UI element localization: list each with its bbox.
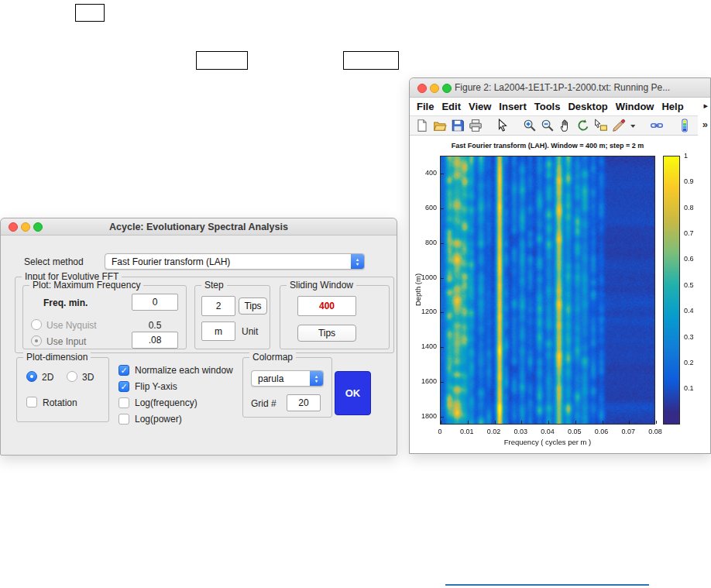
checkbox-unchecked-icon[interactable]: [118, 397, 129, 408]
method-dropdown-value: Fast Fourier transform (LAH): [105, 256, 351, 267]
sliding-window-input[interactable]: 400: [297, 296, 356, 316]
pan-hand-icon[interactable]: [558, 119, 572, 132]
y-tick-label: 1400: [416, 342, 437, 350]
menu-file[interactable]: File: [417, 101, 434, 112]
rotate-3d-icon[interactable]: [576, 119, 590, 132]
save-figure-icon[interactable]: [451, 119, 465, 132]
minimize-button[interactable]: [430, 84, 439, 93]
empty-field-box[interactable]: [196, 51, 248, 70]
zoom-button[interactable]: [33, 222, 43, 232]
empty-field-box[interactable]: [75, 4, 105, 22]
y-tick-label: 400: [416, 169, 437, 177]
use-input-radio[interactable]: [31, 335, 42, 346]
acycle-titlebar[interactable]: Acycle: Evolutionary Spectral Analysis: [1, 218, 397, 236]
checkbox-checked-icon[interactable]: [118, 381, 129, 392]
option-flip-y-axis[interactable]: Flip Y-axis: [118, 380, 177, 393]
option-normalize-each-window[interactable]: Normalize each window: [118, 364, 233, 377]
colormap-dropdown-value: parula: [252, 373, 310, 384]
colorbar-tick-label: 0.8: [684, 204, 694, 211]
pointer-icon[interactable]: [496, 119, 510, 132]
dimension-2d-radio[interactable]: [26, 371, 37, 382]
y-tick-label: 1600: [416, 377, 437, 385]
minimize-button[interactable]: [21, 222, 30, 232]
y-tick-mark: [441, 312, 444, 313]
brush-dropdown-icon[interactable]: [630, 119, 637, 132]
print-figure-icon[interactable]: [469, 119, 483, 132]
x-tick-mark: [656, 421, 657, 424]
y-tick-mark: [441, 208, 444, 209]
x-tick-mark: [441, 421, 441, 424]
option-label: Log(frequency): [135, 397, 198, 408]
new-figure-icon[interactable]: [415, 119, 429, 132]
menu-window[interactable]: Window: [616, 101, 654, 112]
freq-min-input[interactable]: 0: [132, 294, 178, 311]
group-legend: Sliding Window: [287, 280, 356, 291]
grid-input[interactable]: 20: [287, 394, 321, 411]
step-input[interactable]: 2: [201, 296, 235, 316]
select-method-label: Select method: [24, 256, 84, 267]
link-plot-icon[interactable]: [650, 119, 664, 132]
max-frequency-input[interactable]: .08: [132, 332, 178, 349]
close-button[interactable]: [9, 222, 18, 232]
option-log-power[interactable]: Log(power): [118, 413, 182, 425]
option-label: Normalize each window: [135, 365, 233, 376]
brush-icon[interactable]: [612, 119, 626, 132]
window-tips-button[interactable]: Tips: [297, 325, 356, 342]
checkbox-checked-icon[interactable]: [118, 365, 129, 376]
zoom-out-icon[interactable]: [541, 119, 555, 132]
y-tick-mark: [441, 174, 444, 174]
rotation-checkbox[interactable]: [26, 397, 37, 407]
x-tick-mark: [603, 421, 603, 424]
open-file-icon[interactable]: [433, 119, 447, 132]
option-log-frequency[interactable]: Log(frequency): [118, 397, 198, 409]
option-label: Log(power): [135, 414, 182, 425]
y-tick-mark: [441, 347, 444, 348]
spectrogram-axes[interactable]: [440, 156, 655, 425]
colorbar-tick-label: 0.5: [684, 281, 694, 289]
unit-input[interactable]: m: [201, 322, 235, 341]
insert-colorbar-icon[interactable]: [679, 119, 690, 132]
option-label: Flip Y-axis: [135, 381, 177, 392]
menu-bar: FileEditViewInsertToolsDesktopWindowHelp: [410, 98, 699, 115]
menu-help[interactable]: Help: [661, 101, 683, 112]
colorbar-tick-label: 1: [684, 152, 688, 160]
x-tick-mark: [629, 421, 630, 424]
zoom-in-icon[interactable]: [523, 119, 537, 132]
data-cursor-icon[interactable]: [594, 119, 608, 132]
colormap-dropdown[interactable]: parula ▲▼: [251, 370, 324, 387]
menu-desktop[interactable]: Desktop: [568, 101, 607, 112]
menu-insert[interactable]: Insert: [499, 101, 526, 112]
menu-overflow-icon[interactable]: ▸: [703, 101, 708, 111]
menu-tools[interactable]: Tools: [534, 101, 561, 112]
step-group: Step 2 Tips m Unit: [194, 285, 270, 349]
figure-titlebar[interactable]: Figure 2: La2004-1E1T-1P-1-2000.txt: Run…: [410, 78, 710, 98]
y-tick-label: 1800: [416, 412, 437, 420]
x-axis-label: Frequency ( cycles per m ): [440, 438, 655, 446]
x-tick-label: 0.03: [507, 428, 534, 435]
method-dropdown[interactable]: Fast Fourier transform (LAH) ▲▼: [105, 253, 365, 270]
x-tick-mark: [575, 421, 576, 424]
menu-view[interactable]: View: [469, 101, 491, 112]
group-legend: Plot: Maximum Frequency: [29, 280, 143, 291]
hyperlink-underline[interactable]: [445, 584, 649, 586]
dimension-3d-label: 3D: [82, 372, 94, 383]
dimension-3d-radio[interactable]: [67, 371, 77, 382]
colorbar-tick-label: 0.6: [684, 255, 694, 263]
colorbar-tick-label: 0.9: [684, 177, 694, 185]
use-nyquist-radio[interactable]: [31, 319, 42, 330]
sliding-window-group: Sliding Window 400 Tips: [280, 285, 390, 349]
y-tick-mark: [441, 243, 444, 244]
spectrogram-heatmap[interactable]: [441, 156, 654, 424]
plot-title: Fast Fourier transform (LAH). Window = 4…: [440, 142, 655, 150]
checkbox-unchecked-icon[interactable]: [118, 414, 129, 425]
step-tips-button[interactable]: Tips: [239, 297, 267, 315]
close-button[interactable]: [417, 84, 427, 93]
menu-edit[interactable]: Edit: [441, 101, 461, 112]
empty-field-box[interactable]: [343, 51, 399, 70]
ok-button[interactable]: OK: [335, 371, 371, 415]
y-tick-mark: [441, 417, 444, 418]
toolbar-overflow-icon[interactable]: »: [702, 119, 708, 130]
zoom-button[interactable]: [442, 84, 452, 93]
y-tick-label: 600: [416, 204, 437, 211]
chevron-up-down-icon: ▲▼: [351, 254, 364, 269]
